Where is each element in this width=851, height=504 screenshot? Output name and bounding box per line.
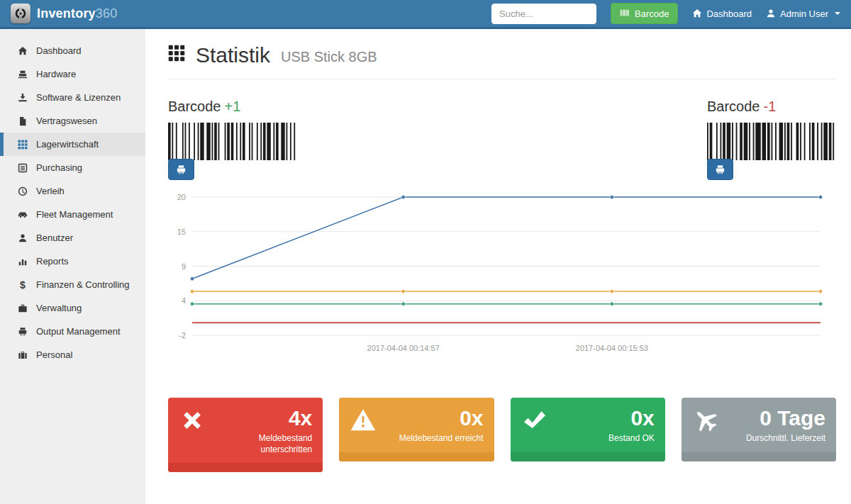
stat-card-footer xyxy=(168,463,323,472)
sidebar-item-vertragswesen[interactable]: Vertragswesen xyxy=(0,109,145,133)
sidebar-item-label: Verwaltung xyxy=(36,303,82,313)
stat-card-label: Meldebestand unterschritten xyxy=(206,432,312,457)
user-menu-label: Admin User xyxy=(780,9,828,19)
sidebar-item-dashboard[interactable]: Dashboard xyxy=(0,39,145,62)
sidebar-item-label: Personal xyxy=(36,349,72,360)
svg-text:-2: -2 xyxy=(179,331,186,340)
barcode-section: Barcode+1 Barcode-1 xyxy=(168,99,836,180)
barcode-increase-title: Barcode+1 xyxy=(168,99,297,115)
car-icon xyxy=(17,209,28,220)
print-barcode-increase-button[interactable] xyxy=(168,159,194,180)
x-icon xyxy=(179,407,206,434)
stat-card-label: Meldebestand erreicht xyxy=(377,432,484,444)
sidebar: DashboardHardwareSoftware & LizenzenVert… xyxy=(0,29,145,504)
summary-cards: 4xMeldebestand unterschritten0xMeldebest… xyxy=(168,398,836,472)
svg-text:9: 9 xyxy=(182,262,186,271)
bar-chart-icon xyxy=(17,256,28,267)
sidebar-item-personal[interactable]: Personal xyxy=(0,343,145,366)
sidebar-item-label: Hardware xyxy=(36,69,76,79)
user-icon xyxy=(766,9,776,18)
sidebar-item-fleet-management[interactable]: Fleet Management xyxy=(0,203,145,226)
svg-text:2017-04-04 00:14:57: 2017-04-04 00:14:57 xyxy=(367,344,440,352)
sidebar-item-benutzer[interactable]: Benutzer xyxy=(0,226,145,250)
print-icon xyxy=(176,164,187,175)
stat-card-label: Durschnittl. Lieferzeit xyxy=(719,432,825,444)
document-icon xyxy=(17,116,28,127)
stat-card-meldebestand-erreicht: 0xMeldebestand erreicht xyxy=(339,398,494,461)
sidebar-item-label: Reports xyxy=(36,256,69,267)
barcode-button-label: Barcode xyxy=(635,9,669,19)
stat-card-meldebestand-unterschritten: 4xMeldebestand unterschritten xyxy=(168,398,323,472)
barcode-increase-image xyxy=(168,123,296,160)
barcode-decrease-title: Barcode-1 xyxy=(707,99,836,115)
app-brand[interactable]: Inventory360 xyxy=(11,4,117,23)
check-icon xyxy=(521,407,548,434)
sidebar-item-reports[interactable]: Reports xyxy=(0,250,145,273)
svg-text:4: 4 xyxy=(182,296,186,305)
barcode-increase-delta: +1 xyxy=(225,99,241,114)
stat-card-footer xyxy=(339,452,494,461)
sidebar-item-label: Lagerwirtschaft xyxy=(36,139,99,150)
brand-name: Inventory360 xyxy=(37,6,117,21)
grid-icon xyxy=(168,45,185,62)
print-barcode-decrease-button[interactable] xyxy=(707,159,733,180)
brand-suffix: 360 xyxy=(96,6,118,21)
app-logo-icon xyxy=(11,4,30,23)
sidebar-item-hardware[interactable]: Hardware xyxy=(0,62,145,86)
svg-text:2017-04-04 00:15:53: 2017-04-04 00:15:53 xyxy=(576,344,648,352)
sidebar-item-label: Vertragswesen xyxy=(36,116,97,126)
list-icon xyxy=(17,162,28,174)
grid-icon xyxy=(17,139,28,150)
sidebar-item-label: Purchasing xyxy=(36,162,82,173)
user-menu[interactable]: Admin User xyxy=(766,9,840,19)
dollar-icon: $ xyxy=(17,279,28,291)
sidebar-item-label: Output Management xyxy=(36,326,121,337)
barcode-decrease-delta: -1 xyxy=(764,99,777,114)
header-divider xyxy=(168,79,836,79)
caret-down-icon xyxy=(835,12,840,15)
warning-icon xyxy=(350,407,377,434)
page-title: Statistik xyxy=(196,43,270,67)
barcode-button[interactable]: Barcode xyxy=(611,3,678,24)
sidebar-item-output-management[interactable]: Output Management xyxy=(0,320,145,343)
sidebar-item-label: Verleih xyxy=(36,186,65,196)
sidebar-item-software-lizenzen[interactable]: Software & Lizenzen xyxy=(0,86,145,109)
svg-text:20: 20 xyxy=(177,193,186,201)
sidebar-item-label: Fleet Management xyxy=(36,209,113,220)
hardware-icon xyxy=(17,69,28,80)
printer-icon xyxy=(17,326,28,337)
sidebar-item-label: Benutzer xyxy=(36,233,73,243)
sidebar-item-label: Finanzen & Controlling xyxy=(36,279,130,290)
sidebar-menu: DashboardHardwareSoftware & LizenzenVert… xyxy=(0,39,145,366)
sidebar-item-verwaltung[interactable]: Verwaltung xyxy=(0,296,145,320)
home-icon xyxy=(17,45,28,57)
print-icon xyxy=(715,164,725,175)
sidebar-item-purchasing[interactable]: Purchasing xyxy=(0,156,145,179)
main-content: Statistik USB Stick 8GB Barcode+1 Barcod… xyxy=(145,29,851,472)
svg-text:15: 15 xyxy=(177,228,186,236)
page-subtitle: USB Stick 8GB xyxy=(281,49,377,65)
nav-dashboard-label: Dashboard xyxy=(706,9,752,19)
stat-card-label: Bestand OK xyxy=(548,432,655,444)
sidebar-item-label: Dashboard xyxy=(36,45,82,56)
briefcase-icon xyxy=(17,303,28,314)
barcode-decrease-image xyxy=(707,123,835,160)
download-icon xyxy=(17,92,28,103)
stat-card-footer xyxy=(511,452,665,461)
clock-icon xyxy=(17,186,28,197)
sidebar-item-label: Software & Lizenzen xyxy=(36,92,121,103)
barcode-icon xyxy=(620,8,630,20)
nav-dashboard-link[interactable]: Dashboard xyxy=(692,9,752,19)
stat-card-durschnittl-lieferzeit: 0 TageDurschnittl. Lieferzeit xyxy=(682,398,836,461)
sidebar-item-lagerwirtschaft[interactable]: Lagerwirtschaft xyxy=(0,133,145,156)
stock-history-chart: 201594-22017-04-04 00:14:572017-04-04 00… xyxy=(168,190,836,360)
stat-card-bestand-ok: 0xBestand OK xyxy=(511,398,665,461)
sidebar-item-finanzen-controlling[interactable]: $Finanzen & Controlling xyxy=(0,273,145,296)
user-icon xyxy=(17,233,28,244)
sidebar-item-verleih[interactable]: Verleih xyxy=(0,179,145,203)
search-input[interactable] xyxy=(491,4,596,24)
stat-card-footer xyxy=(682,452,836,461)
page-header: Statistik USB Stick 8GB xyxy=(168,43,836,67)
barcode-decrease-block: Barcode-1 xyxy=(707,99,836,180)
barcode-increase-block: Barcode+1 xyxy=(168,99,297,180)
